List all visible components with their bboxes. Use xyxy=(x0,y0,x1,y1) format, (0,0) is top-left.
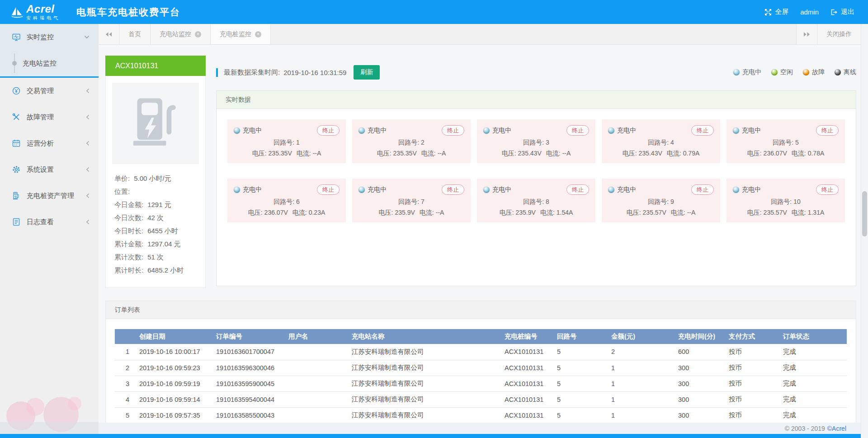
terminate-button[interactable]: 终止 xyxy=(566,125,589,136)
sidebar-item-station-monitor[interactable]: 充电站监控 xyxy=(0,50,99,76)
stat-label: 累计金额: xyxy=(114,237,143,250)
legend-item: 离线 xyxy=(835,68,856,76)
status-ball-icon xyxy=(608,127,614,134)
transaction-icon xyxy=(12,86,21,95)
column-header: 支付方式 xyxy=(725,329,779,344)
sidebar-item-analytics[interactable]: 运营分析 xyxy=(0,130,99,156)
circuit-card-grid: 充电中 终止 回路号:1 电压:235.35V电流:--A 充电中 终止 xyxy=(217,109,856,233)
sidebar-item-faults[interactable]: 故障管理 xyxy=(0,104,99,130)
status-ball-icon xyxy=(835,69,841,75)
card-status-label: 充电中 xyxy=(617,186,636,194)
voltage-current: 电压:235.9V电流:--A xyxy=(359,209,464,217)
sidebar-item-pile-assets[interactable]: 充电桩资产管理 xyxy=(0,183,99,209)
stat-row: 今日次数: 42 次 xyxy=(114,211,197,224)
vertical-scrollbar[interactable] xyxy=(861,24,868,438)
close-tab-icon[interactable]: × xyxy=(195,31,201,38)
order-row: 3 2019-10-16 09:59:19 1910163595900045 江… xyxy=(115,376,847,391)
tabs-scroll-left-button[interactable] xyxy=(99,24,119,44)
close-operations-menu[interactable]: 关闭操作 xyxy=(817,24,861,44)
terminate-button[interactable]: 终止 xyxy=(566,184,589,195)
close-tab-icon[interactable]: × xyxy=(255,31,261,38)
stat-label: 累计时长: xyxy=(114,264,143,277)
stat-label: 今日时长: xyxy=(114,224,143,237)
legend-item: 充电中 xyxy=(733,68,761,76)
column-header: 创建日期 xyxy=(136,329,212,344)
realtime-panel-title: 实时数据 xyxy=(217,91,856,109)
voltage-current: 电压:235.43V电流:--A xyxy=(483,150,589,158)
refresh-button[interactable]: 刷新 xyxy=(354,65,380,80)
sidebar-item-settings[interactable]: 系统设置 xyxy=(0,156,99,183)
pile-asset-icon xyxy=(12,191,21,200)
stat-row: 单价: 5.00 小时/元 xyxy=(114,172,197,185)
chevron-left-icon xyxy=(86,114,90,120)
stat-value: 5.00 小时/元 xyxy=(134,172,171,185)
chevron-left-icon xyxy=(86,141,90,146)
column-header: 金额(元) xyxy=(608,329,675,344)
voltage-current: 电压:235.57V电流:--A xyxy=(608,209,714,217)
stat-row: 累计时长: 6485.2 小时 xyxy=(114,264,197,277)
order-row: 4 2019-10-16 09:59:14 1910163595400044 江… xyxy=(115,391,847,407)
card-status-label: 充电中 xyxy=(243,186,262,194)
fullscreen-icon xyxy=(764,9,772,16)
orders-table-header: 创建日期订单编号用户名充电站名称充电桩编号回路号金额(元)充电时间(分)支付方式… xyxy=(115,329,847,344)
monitor-toolbar: 最新数据采集时间: 2019-10-16 10:31:59 刷新 充电中 空闲 … xyxy=(216,65,856,80)
logout-button[interactable]: 退出 xyxy=(830,8,854,16)
tab-home[interactable]: 首页 xyxy=(119,24,151,44)
tab-station-monitor[interactable]: 充电站监控 × xyxy=(151,24,211,44)
terminate-button[interactable]: 终止 xyxy=(317,184,340,195)
terminate-button[interactable]: 终止 xyxy=(442,125,464,136)
pile-summary-card: ACX1010131 单价: 5.00 小时/元 位置: xyxy=(105,56,206,288)
column-header: 订单编号 xyxy=(212,329,285,344)
stat-value: 1291 元 xyxy=(147,198,171,211)
legend-label: 空闲 xyxy=(780,68,793,76)
username-menu[interactable]: admin xyxy=(800,8,819,16)
terminate-button[interactable]: 终止 xyxy=(816,125,839,136)
circuit-number: 回路号:6 xyxy=(234,198,340,206)
terminate-button[interactable]: 终止 xyxy=(691,125,714,136)
card-status-label: 充电中 xyxy=(368,186,387,194)
stat-value: 6485.2 小时 xyxy=(147,264,184,277)
stat-label: 今日次数: xyxy=(114,211,143,224)
scrollbar-thumb[interactable] xyxy=(862,191,867,236)
stat-label: 单价: xyxy=(114,172,130,185)
legend-label: 充电中 xyxy=(742,68,761,76)
footer-brand-link[interactable]: ©Acrel xyxy=(827,425,846,432)
column-header: 充电站名称 xyxy=(348,329,501,344)
terminate-button[interactable]: 终止 xyxy=(691,184,714,195)
index-column-header xyxy=(115,329,136,344)
sidebar-item-transactions[interactable]: 交易管理 xyxy=(0,78,99,104)
status-ball-icon xyxy=(483,187,490,193)
double-left-arrow-icon xyxy=(105,32,112,37)
order-row: 5 2019-10-16 09:57:35 1910163585500043 江… xyxy=(115,407,847,423)
terminate-button[interactable]: 终止 xyxy=(317,125,340,136)
stat-value: 6455 小时 xyxy=(147,224,178,237)
status-ball-icon xyxy=(803,69,809,75)
terminate-button[interactable]: 终止 xyxy=(816,184,839,195)
card-status-label: 充电中 xyxy=(617,127,636,135)
order-row: 2 2019-10-16 09:59:23 1910163596300046 江… xyxy=(115,360,847,376)
circuit-number: 回路号:4 xyxy=(608,139,714,147)
chevron-down-icon xyxy=(84,35,90,39)
terminate-button[interactable]: 终止 xyxy=(442,184,464,195)
status-ball-icon xyxy=(733,127,739,134)
tab-pile-monitor[interactable]: 充电桩监控 × xyxy=(211,24,271,44)
monitor-icon xyxy=(12,33,21,42)
status-ball-icon xyxy=(359,187,365,193)
accent-bar xyxy=(216,68,218,77)
status-ball-icon xyxy=(359,127,365,134)
stat-label: 累计次数: xyxy=(114,250,143,264)
card-status-label: 充电中 xyxy=(368,127,387,135)
circuit-number: 回路号:8 xyxy=(483,198,589,206)
double-right-arrow-icon xyxy=(803,32,810,37)
legend-label: 故障 xyxy=(812,68,825,76)
fullscreen-button[interactable]: 全屏 xyxy=(764,8,788,16)
circuit-number: 回路号:7 xyxy=(359,198,464,206)
orders-table-body: 1 2019-10-16 10:00:17 1910163601700047 江… xyxy=(115,344,847,423)
sidebar-item-logs[interactable]: 日志查看 xyxy=(0,209,99,235)
charging-circuit-card: 充电中 终止 回路号:4 电压:235.43V电流:0.79A xyxy=(602,119,720,163)
orders-panel: 订单列表 创建日期订单编号用户名充电站名称充电桩编号回路号金额(元)充电时间(分… xyxy=(105,301,856,437)
sidebar-item-realtime-monitor[interactable]: 实时监控 xyxy=(0,24,99,50)
voltage-current: 电压:235.43V电流:0.79A xyxy=(608,150,714,158)
charging-circuit-card: 充电中 终止 回路号:6 电压:236.07V电流:0.23A xyxy=(227,179,346,222)
tabs-scroll-right-button[interactable] xyxy=(796,24,817,44)
